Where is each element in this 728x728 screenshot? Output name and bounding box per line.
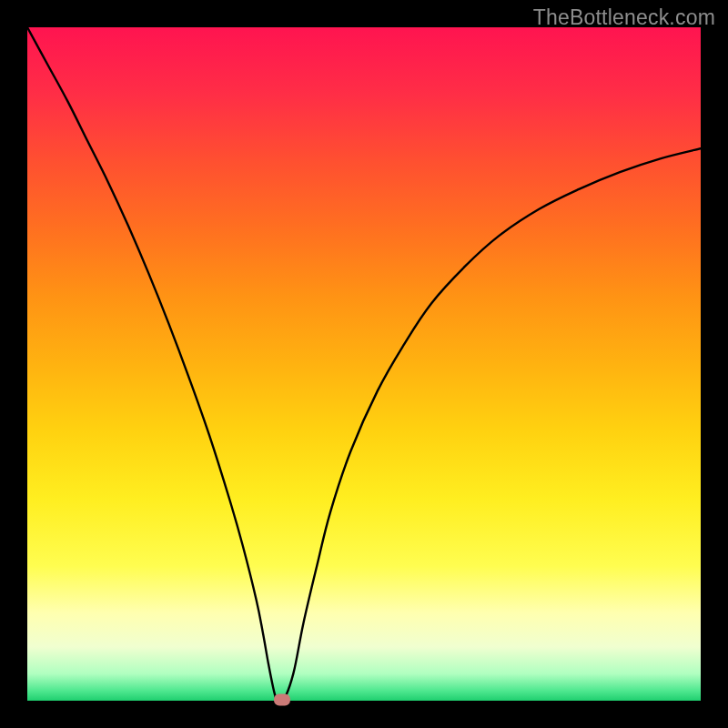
chart-svg [27,27,701,701]
chart-background [27,27,701,701]
chart-frame [27,27,701,701]
minimum-marker [274,694,290,706]
watermark-label: TheBottleneck.com [533,5,715,30]
